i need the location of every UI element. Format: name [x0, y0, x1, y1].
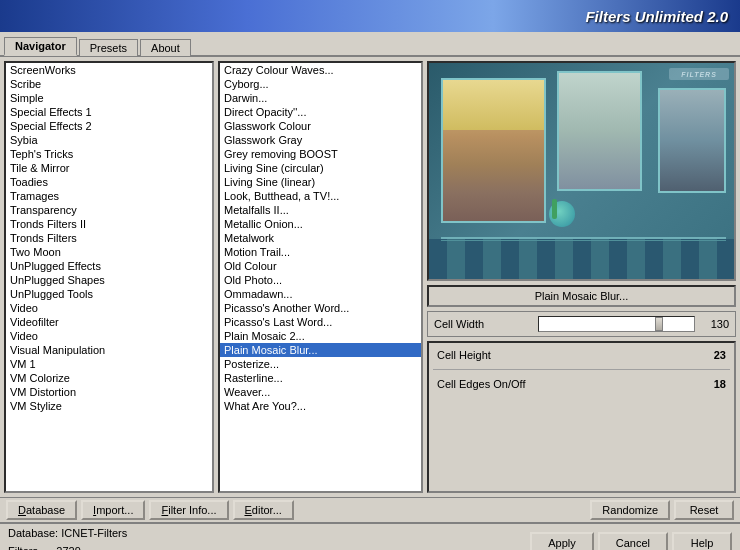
- list-item[interactable]: Simple: [6, 91, 212, 105]
- apply-button[interactable]: Apply: [530, 532, 594, 550]
- cell-width-label: Cell Width: [434, 318, 534, 330]
- database-button[interactable]: Database: [6, 500, 77, 520]
- cell-height-value: 23: [714, 349, 726, 361]
- bottom-toolbar: Database Import... Filter Info... Editor…: [0, 497, 740, 522]
- filter-item[interactable]: Look, Butthead, a TV!...: [220, 189, 421, 203]
- status-filters-value: 2729: [56, 545, 80, 550]
- filter-item[interactable]: Posterize...: [220, 357, 421, 371]
- list-item[interactable]: Toadies: [6, 175, 212, 189]
- list-item[interactable]: Sybia: [6, 133, 212, 147]
- list-item[interactable]: Scribe: [6, 77, 212, 91]
- filter-item[interactable]: Old Photo...: [220, 273, 421, 287]
- list-item[interactable]: VM Distortion: [6, 385, 212, 399]
- filter-item[interactable]: Living Sine (linear): [220, 175, 421, 189]
- cancel-button[interactable]: Cancel: [598, 532, 668, 550]
- database-label: atabase: [26, 504, 65, 516]
- status-filters-row: Filters 2729: [8, 543, 530, 550]
- filter-item[interactable]: Plain Mosaic 2...: [220, 329, 421, 343]
- param-row-cell-edges: Cell Edges On/Off 18: [433, 376, 730, 392]
- filter-list[interactable]: Crazy Colour Waves... Cyborg... Darwin..…: [218, 61, 423, 493]
- filter-name-text: Plain Mosaic Blur...: [535, 290, 629, 302]
- cell-height-label: Cell Height: [437, 349, 491, 361]
- list-item[interactable]: VM Stylize: [6, 399, 212, 413]
- filter-item[interactable]: Motion Trail...: [220, 245, 421, 259]
- list-item[interactable]: Tramages: [6, 189, 212, 203]
- filter-item[interactable]: Ommadawn...: [220, 287, 421, 301]
- filter-item[interactable]: Direct Opacity''...: [220, 105, 421, 119]
- status-database-value: ICNET-Filters: [61, 527, 127, 539]
- list-item[interactable]: Transparency: [6, 203, 212, 217]
- params-area: Cell Height 23 Cell Edges On/Off 18: [427, 341, 736, 493]
- status-filters-label: Filters: [8, 545, 38, 550]
- list-item[interactable]: Video: [6, 329, 212, 343]
- filter-item[interactable]: Glasswork Gray: [220, 133, 421, 147]
- tab-about[interactable]: About: [140, 39, 191, 56]
- cell-width-thumb[interactable]: [655, 317, 663, 331]
- list-item[interactable]: Tile & Mirror: [6, 161, 212, 175]
- list-item[interactable]: UnPlugged Tools: [6, 287, 212, 301]
- filter-info-label: ilter Info...: [168, 504, 216, 516]
- list-item[interactable]: Special Effects 2: [6, 119, 212, 133]
- editor-button[interactable]: Editor...: [233, 500, 294, 520]
- filter-info-button[interactable]: Filter Info...: [149, 500, 228, 520]
- cell-edges-value: 18: [714, 378, 726, 390]
- cell-width-value: 130: [699, 318, 729, 330]
- editor-label: ditor...: [252, 504, 282, 516]
- list-item[interactable]: ScreenWorks: [6, 63, 212, 77]
- filter-item[interactable]: Old Colour: [220, 259, 421, 273]
- status-info: Database: ICNET-Filters Filters 2729: [8, 525, 530, 550]
- param-divider: [433, 369, 730, 370]
- preview-area: FILTERS: [427, 61, 736, 281]
- filter-item[interactable]: Cyborg...: [220, 77, 421, 91]
- filter-item[interactable]: Picasso's Another Word...: [220, 301, 421, 315]
- filter-item[interactable]: Darwin...: [220, 91, 421, 105]
- list-item[interactable]: UnPlugged Shapes: [6, 273, 212, 287]
- app-title: Filters Unlimited 2.0: [585, 8, 728, 25]
- list-item[interactable]: Teph's Tricks: [6, 147, 212, 161]
- cell-width-track[interactable]: [538, 316, 695, 332]
- list-item[interactable]: UnPlugged Effects: [6, 259, 212, 273]
- list-item[interactable]: Tronds Filters II: [6, 217, 212, 231]
- list-item[interactable]: Tronds Filters: [6, 231, 212, 245]
- main-content: ScreenWorks Scribe Simple Special Effect…: [0, 57, 740, 497]
- filter-item-selected[interactable]: Plain Mosaic Blur...: [220, 343, 421, 357]
- filter-name-bar: Plain Mosaic Blur...: [427, 285, 736, 307]
- filter-item[interactable]: Living Sine (circular): [220, 161, 421, 175]
- filter-item[interactable]: Picasso's Last Word...: [220, 315, 421, 329]
- list-item[interactable]: Visual Manipulation: [6, 343, 212, 357]
- tab-navigator[interactable]: Navigator: [4, 37, 77, 56]
- right-panel: FILTERS Plain Mosaic Blur... Cell Width …: [427, 61, 736, 493]
- filter-item[interactable]: Glasswork Colour: [220, 119, 421, 133]
- tabs-row: Navigator Presets About: [0, 32, 740, 57]
- category-list[interactable]: ScreenWorks Scribe Simple Special Effect…: [4, 61, 214, 493]
- list-item[interactable]: Two Moon: [6, 245, 212, 259]
- status-buttons: Apply Cancel Help: [530, 532, 732, 550]
- param-row-cell-height: Cell Height 23: [433, 347, 730, 363]
- import-button[interactable]: Import...: [81, 500, 145, 520]
- reset-button[interactable]: Reset: [674, 500, 734, 520]
- status-database-label: Database:: [8, 527, 58, 539]
- cell-edges-label: Cell Edges On/Off: [437, 378, 525, 390]
- tab-presets[interactable]: Presets: [79, 39, 138, 56]
- filter-item[interactable]: Metalwork: [220, 231, 421, 245]
- filter-item[interactable]: Weaver...: [220, 385, 421, 399]
- list-item[interactable]: VM 1: [6, 357, 212, 371]
- filter-item[interactable]: Grey removing BOOST: [220, 147, 421, 161]
- list-item[interactable]: Video: [6, 301, 212, 315]
- filter-item[interactable]: What Are You?...: [220, 399, 421, 413]
- cell-width-slider-row: Cell Width 130: [427, 311, 736, 337]
- import-label: mport...: [96, 504, 133, 516]
- randomize-button[interactable]: Randomize: [590, 500, 670, 520]
- status-database-row: Database: ICNET-Filters: [8, 525, 530, 543]
- filter-item[interactable]: Metalfalls II...: [220, 203, 421, 217]
- filter-item[interactable]: Metallic Onion...: [220, 217, 421, 231]
- filter-item[interactable]: Crazy Colour Waves...: [220, 63, 421, 77]
- list-item[interactable]: VM Colorize: [6, 371, 212, 385]
- list-item[interactable]: Videofilter: [6, 315, 212, 329]
- list-item[interactable]: Special Effects 1: [6, 105, 212, 119]
- filter-item[interactable]: Rasterline...: [220, 371, 421, 385]
- status-bar: Database: ICNET-Filters Filters 2729 App…: [0, 522, 740, 550]
- help-button[interactable]: Help: [672, 532, 732, 550]
- title-bar: Filters Unlimited 2.0: [0, 0, 740, 32]
- preview-image: FILTERS: [429, 63, 734, 279]
